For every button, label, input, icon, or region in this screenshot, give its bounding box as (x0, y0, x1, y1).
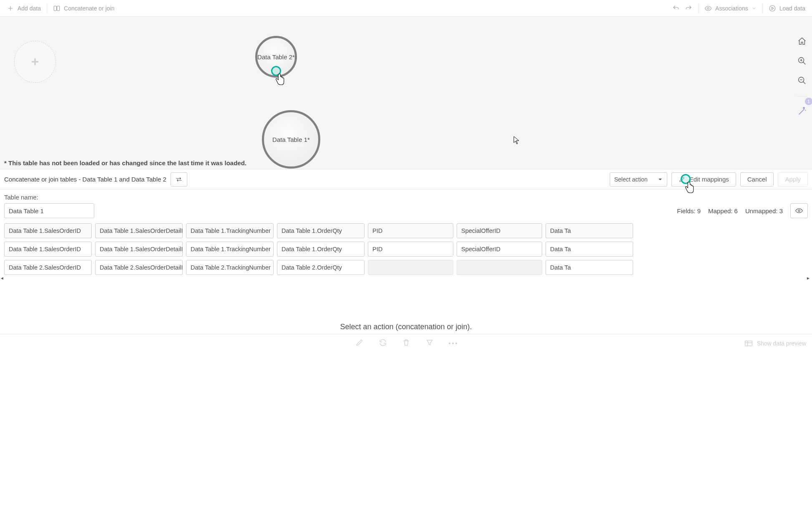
mapping-column: SpecialOfferIDSpecialOfferID (457, 223, 542, 275)
triangle-down-icon (658, 177, 663, 182)
mapping-cell[interactable]: Data Table 1.SalesOrderID (4, 242, 92, 257)
mapping-cell[interactable] (457, 260, 542, 275)
table-bubble-data-table-2[interactable]: Data Table 2* (255, 36, 297, 78)
concat-join-button[interactable]: Concatenate or join (48, 0, 119, 16)
eye-icon (704, 5, 712, 12)
delete-button[interactable] (402, 338, 410, 348)
mapping-table-scroll[interactable]: Data Table 1.SalesOrderIDData Table 1.Sa… (4, 223, 812, 280)
svg-point-6 (798, 210, 800, 212)
pencil-icon (679, 176, 685, 183)
zoom-in-icon (797, 56, 807, 66)
apply-button[interactable]: Apply (778, 172, 808, 187)
toggle-visibility-button[interactable] (790, 203, 808, 218)
mapping-cell[interactable]: Data Table 2.OrderQty (277, 260, 365, 275)
mapping-column: Data Table 1.SalesOrderDetailIDData Tabl… (95, 223, 183, 275)
recommendations-button[interactable]: 1 (797, 107, 807, 117)
associations-button[interactable]: Associations (699, 0, 762, 16)
mapping-cell[interactable]: Data Table 2.TrackingNumber (186, 260, 274, 275)
mapping-cell[interactable]: Data Ta (546, 242, 633, 257)
zoom-in-button[interactable] (797, 56, 807, 67)
refresh-button[interactable] (379, 338, 387, 348)
load-data-button[interactable]: Load data (764, 0, 810, 16)
svg-rect-7 (745, 341, 752, 346)
column-header[interactable]: Data Table 1.TrackingNumber (186, 223, 274, 238)
swap-tables-button[interactable] (171, 172, 187, 187)
mapped-count: Mapped: 6 (708, 207, 738, 214)
table-bubble-data-table-1[interactable]: Data Table 1* (262, 110, 320, 169)
mouse-cursor-overlay (513, 136, 519, 144)
home-button[interactable] (797, 37, 807, 47)
bubble-label: Data Table 2* (257, 53, 295, 61)
column-header[interactable]: Data Table 1.SalesOrderID (4, 223, 92, 238)
show-data-preview-label: Show data preview (757, 340, 806, 347)
apply-label: Apply (785, 176, 801, 183)
top-toolbar: Add data Concatenate or join Association… (0, 0, 812, 17)
canvas-side-tools: 1 (797, 37, 807, 117)
svg-point-2 (707, 7, 709, 9)
divider (797, 96, 807, 97)
fields-count: Fields: 9 (677, 207, 701, 214)
dots-icon (449, 343, 457, 344)
column-header[interactable]: Data Ta (546, 223, 633, 238)
redo-button[interactable] (685, 0, 697, 16)
edit-button[interactable] (355, 338, 364, 348)
mapping-cell[interactable]: Data Ta (546, 260, 633, 275)
divider (47, 3, 47, 13)
show-data-preview-button[interactable]: Show data preview (744, 334, 806, 352)
mapping-cell[interactable]: Data Table 1.SalesOrderDetailID (95, 242, 183, 257)
add-table-bubble[interactable] (14, 41, 56, 83)
canvas[interactable]: Data Table 2* Data Table 1* 1 (0, 17, 812, 169)
more-button[interactable] (449, 343, 457, 344)
play-circle-icon (769, 5, 776, 12)
chevron-down-icon (752, 6, 757, 11)
redo-icon (685, 5, 692, 12)
meta-row: Table name: Fields: 9 Mapped: 6 Unmapped… (0, 189, 812, 220)
unmapped-count: Unmapped: 3 (745, 207, 783, 214)
eye-icon (795, 208, 803, 214)
cancel-button[interactable]: Cancel (740, 172, 774, 187)
canvas-note: * This table has not been loaded or has … (4, 159, 246, 166)
filter-button[interactable] (425, 338, 434, 348)
hint-text: Select an action (concatenation or join)… (0, 319, 812, 334)
plus-icon (29, 56, 41, 68)
zoom-out-icon (797, 76, 807, 85)
mapping-cell[interactable]: Data Table 1.TrackingNumber (186, 242, 274, 257)
mapping-column: PIDPID (368, 223, 453, 275)
mapping-cell[interactable] (368, 260, 453, 275)
add-data-label: Add data (18, 5, 41, 12)
mapping-column: Data TaData TaData Ta (546, 223, 633, 275)
divider (698, 3, 699, 13)
column-header[interactable]: Data Table 1.SalesOrderDetailID (95, 223, 183, 238)
edit-mappings-button[interactable]: Edit mappings (671, 172, 736, 187)
undo-button[interactable] (667, 0, 685, 16)
table-name-input[interactable] (4, 203, 94, 218)
trash-icon (402, 338, 410, 347)
home-icon (797, 37, 807, 46)
mapping-cell[interactable]: Data Table 2.SalesOrderID (4, 260, 92, 275)
zoom-out-button[interactable] (797, 76, 807, 86)
wand-icon (797, 107, 807, 116)
mapping-cell[interactable]: PID (368, 242, 453, 257)
select-action-dropdown[interactable]: Select action (610, 172, 667, 187)
column-header[interactable]: SpecialOfferID (457, 223, 542, 238)
mapping-cell[interactable]: Data Table 2.SalesOrderDetailID (95, 260, 183, 275)
cancel-label: Cancel (747, 176, 767, 183)
filter-icon (425, 338, 434, 347)
mapping-cell[interactable]: SpecialOfferID (457, 242, 542, 257)
load-data-label: Load data (779, 5, 805, 12)
pencil-icon (355, 338, 364, 347)
table-name-label: Table name: (4, 194, 94, 201)
divider (762, 3, 763, 13)
column-header[interactable]: Data Table 1.OrderQty (277, 223, 365, 238)
mapping-cell[interactable]: Data Table 1.OrderQty (277, 242, 365, 257)
mapping-column: Data Table 1.TrackingNumberData Table 1.… (186, 223, 274, 275)
action-header: Concatenate or join tables - Data Table … (0, 169, 812, 189)
bottom-toolbar: Show data preview (0, 334, 812, 352)
undo-icon (672, 5, 680, 12)
recommendations-badge: 1 (805, 98, 812, 105)
action-title: Concatenate or join tables - Data Table … (4, 176, 166, 183)
add-data-button[interactable]: Add data (2, 0, 46, 16)
concat-icon (53, 5, 60, 12)
column-header[interactable]: PID (368, 223, 453, 238)
swap-icon (175, 177, 183, 182)
